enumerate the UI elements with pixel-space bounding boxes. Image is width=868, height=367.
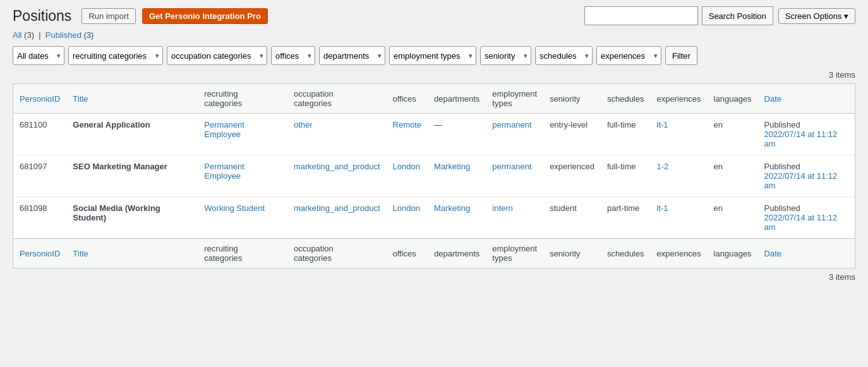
col-employment-types: employmenttypes xyxy=(486,84,543,114)
foot-occupation-categories: occupationcategories xyxy=(287,239,387,268)
col-languages: languages xyxy=(708,84,758,114)
date-link[interactable]: 2022/07/14 at 11:12 am xyxy=(764,171,838,190)
date-link[interactable]: 2022/07/14 at 11:12 am xyxy=(764,129,838,148)
items-count-top: 3 items xyxy=(13,70,855,80)
cell-link[interactable]: Remote xyxy=(393,120,422,129)
cell-value: en xyxy=(714,120,723,129)
employment-types-select[interactable]: employment types xyxy=(389,46,476,65)
col-offices: offices xyxy=(387,84,428,114)
col-title: Title xyxy=(66,84,198,114)
cell-link[interactable]: 1-2 xyxy=(657,162,669,171)
foot-date: Date xyxy=(758,239,855,268)
offices-select[interactable]: offices xyxy=(271,46,315,65)
cell-link[interactable]: lt-1 xyxy=(657,203,668,213)
foot-languages: languages xyxy=(708,239,758,268)
date-status: Published xyxy=(764,120,800,129)
published-link[interactable]: Published xyxy=(45,30,81,40)
occupation-categories-select[interactable]: occupation categories xyxy=(167,46,267,65)
cell-value: student xyxy=(550,203,577,213)
cell-value: 681097 xyxy=(20,162,47,171)
foot-seniority: seniority xyxy=(543,239,601,268)
cell-bold: SEO Marketing Manager xyxy=(73,162,167,171)
date-link[interactable]: 2022/07/14 at 11:12 am xyxy=(764,213,838,232)
foot-offices: offices xyxy=(387,239,428,268)
cell-link[interactable]: permanent xyxy=(492,120,531,129)
col-date: Date xyxy=(758,84,855,114)
search-button[interactable]: Search Position xyxy=(702,6,773,25)
cell-link[interactable]: Marketing xyxy=(434,203,470,213)
foot-experiences: experiences xyxy=(651,239,708,268)
cell-link[interactable]: intern xyxy=(492,203,513,213)
positions-table: PersonioID Title recruitingcategories oc… xyxy=(13,84,855,268)
col-departments: departments xyxy=(428,84,486,114)
cell-bold: Social Media (Working Student) xyxy=(73,203,160,222)
col-experiences: experiences xyxy=(651,84,708,114)
table-row: 681100General ApplicationPermanent Emplo… xyxy=(13,114,855,155)
cell-value: full-time xyxy=(607,120,636,129)
cell-link[interactable]: marketing_and_product xyxy=(294,203,380,213)
cell-value: 681100 xyxy=(20,120,47,129)
cell-link[interactable]: London xyxy=(393,162,420,171)
foot-personio-id: PersonioID xyxy=(13,239,66,268)
foot-employment-types: employmenttypes xyxy=(486,239,543,268)
foot-departments: departments xyxy=(428,239,486,268)
positions-table-wrap: PersonioID Title recruitingcategories oc… xyxy=(13,83,855,268)
all-dates-select[interactable]: All dates xyxy=(13,46,64,65)
page-title: Positions xyxy=(13,8,71,25)
search-input[interactable] xyxy=(584,6,698,25)
table-footer-row: PersonioID Title recruitingcategories oc… xyxy=(13,239,855,268)
cell-link[interactable]: lt-1 xyxy=(657,120,668,129)
foot-recruiting-categories: recruitingcategories xyxy=(198,239,287,268)
table-row: 681097SEO Marketing ManagerPermanent Emp… xyxy=(13,155,855,197)
col-personio-id: PersonioID xyxy=(13,84,66,114)
all-link[interactable]: All xyxy=(13,30,21,40)
screen-options-button[interactable]: Screen Options ▾ xyxy=(778,8,855,24)
col-seniority: seniority xyxy=(543,84,601,114)
foot-schedules: schedules xyxy=(601,239,651,268)
cell-link[interactable]: London xyxy=(393,203,420,213)
sublinks: All (3) | Published (3) xyxy=(13,30,855,40)
cell-value: part-time xyxy=(607,203,639,213)
cell-link[interactable]: permanent xyxy=(492,162,531,171)
cell-value: experienced xyxy=(550,162,594,171)
published-count: (3) xyxy=(84,30,94,40)
table-row: 681098Social Media (Working Student)Work… xyxy=(13,197,855,239)
cell-bold: General Application xyxy=(73,120,150,129)
cell-value: full-time xyxy=(607,162,636,171)
cell-value: entry-level xyxy=(550,120,588,129)
cell-link[interactable]: other xyxy=(294,120,313,129)
col-schedules: schedules xyxy=(601,84,651,114)
cell-link[interactable]: Permanent Employee xyxy=(204,120,244,139)
cell-value: en xyxy=(714,162,723,171)
filter-bar: All dates recruiting categories occupati… xyxy=(13,46,855,65)
cell-link[interactable]: Working Student xyxy=(204,203,265,213)
schedules-select[interactable]: schedules xyxy=(535,46,593,65)
items-count-bottom: 3 items xyxy=(13,272,855,282)
foot-title: Title xyxy=(66,239,198,268)
cell-link[interactable]: Marketing xyxy=(434,162,470,171)
filter-button[interactable]: Filter xyxy=(665,46,697,65)
col-recruiting-categories: recruitingcategories xyxy=(198,84,287,114)
date-status: Published xyxy=(764,162,800,171)
departments-select[interactable]: departments xyxy=(319,46,385,65)
date-status: Published xyxy=(764,203,800,213)
table-header-row: PersonioID Title recruitingcategories oc… xyxy=(13,84,855,114)
experiences-select[interactable]: experiences xyxy=(596,46,661,65)
cell-value: en xyxy=(714,203,723,213)
cell-link[interactable]: Permanent Employee xyxy=(204,162,244,181)
all-count: (3) xyxy=(24,30,34,40)
seniority-select[interactable]: seniority xyxy=(480,46,531,65)
run-import-button[interactable]: Run import xyxy=(81,8,136,24)
get-pro-button[interactable]: Get Personio Integration Pro xyxy=(142,8,268,24)
dash: — xyxy=(434,120,442,129)
col-occupation-categories: occupationcategories xyxy=(287,84,387,114)
cell-link[interactable]: marketing_and_product xyxy=(294,162,380,171)
cell-value: 681098 xyxy=(20,203,47,213)
recruiting-categories-select[interactable]: recruiting categories xyxy=(68,46,163,65)
